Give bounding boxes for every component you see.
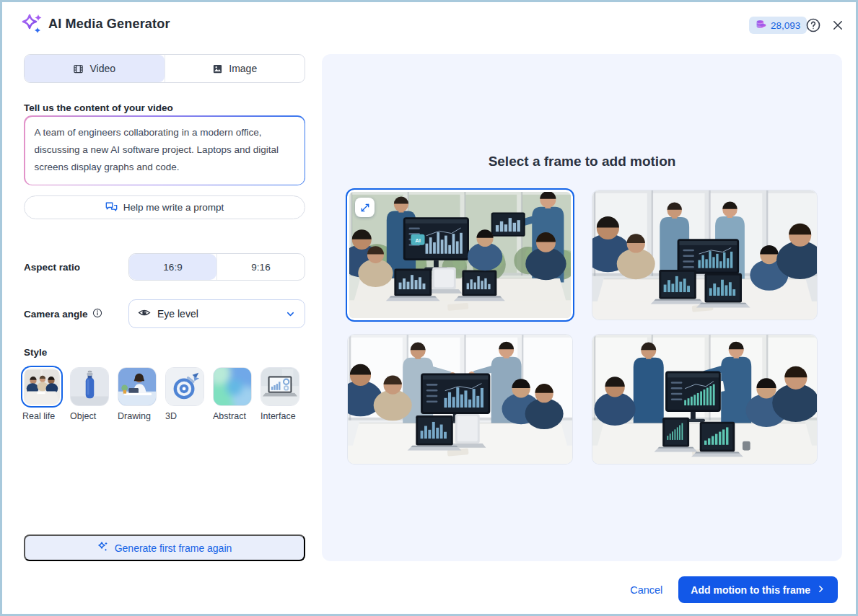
style-thumbnail-3d (165, 367, 204, 406)
credits-badge[interactable]: 28,093 (749, 17, 807, 34)
credits-count: 28,093 (771, 20, 800, 31)
tab-video[interactable]: Video (25, 55, 165, 82)
footer-actions: Cancel Add motion to this frame (630, 576, 838, 603)
frames-grid: AI (347, 190, 818, 465)
style-option-3d[interactable]: 3D (165, 367, 204, 421)
ai-media-generator-dialog: AI Media Generator 28,093 VideoImage Tel… (0, 0, 858, 616)
frame-picker-heading: Select a frame to add motion (322, 154, 842, 170)
aspect-ratio-toggle: 16:99:16 (128, 253, 305, 281)
sparkles-icon (97, 541, 109, 555)
style-option-label: 3D (165, 411, 204, 421)
style-thumbnail-drawing (118, 367, 157, 406)
style-option-abstract[interactable]: Abstract (213, 367, 252, 421)
coins-icon (756, 19, 767, 32)
style-option-real-life[interactable]: Real life (22, 367, 61, 421)
style-label: Style (24, 347, 47, 358)
expand-frame-button[interactable] (355, 198, 375, 217)
style-option-interface[interactable]: Interface (261, 367, 299, 421)
frame-3[interactable] (347, 334, 573, 465)
media-type-tabs: VideoImage (24, 54, 305, 83)
add-motion-label: Add motion to this frame (691, 584, 810, 596)
style-thumbnail-abstract (213, 367, 252, 406)
style-option-label: Abstract (213, 411, 252, 421)
frame-picker-panel: Select a frame to add motion AI (322, 54, 842, 561)
help-me-write-prompt-label: Help me write a prompt (123, 202, 224, 213)
style-option-label: Interface (261, 411, 299, 421)
camera-angle-value: Eye level (157, 308, 198, 320)
style-option-object[interactable]: Object (70, 367, 109, 421)
frame-1[interactable]: AI (347, 190, 573, 320)
chevron-down-icon (285, 309, 296, 320)
close-icon[interactable] (831, 19, 844, 32)
generate-first-frame-again-label: Generate first frame again (115, 542, 232, 554)
chevron-right-icon (816, 584, 826, 596)
chat-bubbles-icon (105, 201, 118, 214)
image-icon (212, 63, 223, 74)
help-me-write-prompt-button[interactable]: Help me write a prompt (24, 195, 305, 219)
style-thumbnail-object (70, 367, 109, 406)
eye-icon (138, 307, 151, 320)
prompt-label: Tell us the content of your video (24, 102, 173, 113)
style-option-label: Drawing (118, 411, 157, 421)
style-options: Real lifeObjectDrawing3DAbstractInterfac… (22, 367, 299, 421)
film-icon (73, 63, 84, 74)
aspect-option-9-16[interactable]: 9:16 (216, 254, 305, 280)
tab-label: Image (229, 63, 257, 74)
style-thumbnail-interface (261, 367, 299, 406)
page-title: AI Media Generator (48, 17, 170, 32)
svg-text:AI: AI (415, 237, 421, 244)
frame-2[interactable] (592, 190, 818, 320)
add-motion-button[interactable]: Add motion to this frame (678, 576, 838, 603)
camera-angle-label-text: Camera angle (24, 309, 88, 320)
style-option-drawing[interactable]: Drawing (118, 367, 157, 421)
style-option-label: Real life (22, 411, 61, 421)
camera-angle-label: Camera angle (24, 308, 102, 320)
generate-first-frame-again-button[interactable]: Generate first frame again (24, 534, 305, 561)
style-option-label: Object (70, 411, 109, 421)
tab-image[interactable]: Image (165, 55, 305, 82)
sparkles-logo-icon (21, 13, 44, 36)
frame-4[interactable] (592, 334, 818, 465)
style-thumbnail-real-life (22, 367, 61, 406)
tab-label: Video (89, 63, 115, 74)
info-icon[interactable] (92, 308, 102, 320)
camera-angle-select[interactable]: Eye level (128, 299, 305, 328)
aspect-ratio-label: Aspect ratio (24, 262, 80, 273)
aspect-option-16-9[interactable]: 16:9 (129, 254, 216, 280)
prompt-field-border: A team of engineers collaborating in a m… (24, 115, 305, 185)
help-icon[interactable] (805, 17, 821, 33)
cancel-button[interactable]: Cancel (630, 584, 662, 596)
prompt-input[interactable]: A team of engineers collaborating in a m… (25, 117, 305, 185)
